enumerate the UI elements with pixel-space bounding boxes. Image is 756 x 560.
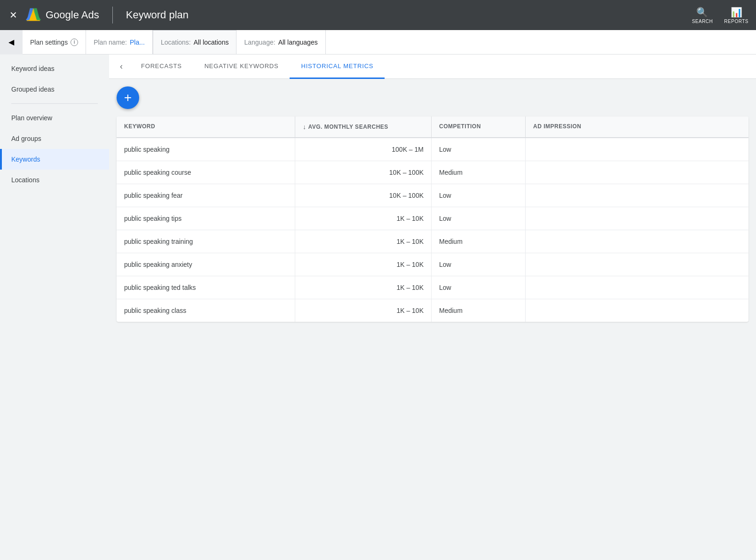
- info-icon: i: [71, 39, 78, 46]
- td-ad-impression: [526, 253, 748, 276]
- td-ad-impression: [526, 207, 748, 230]
- table-header: Keyword ↓ Avg. monthly searches Competit…: [117, 117, 748, 138]
- table-body: public speaking100K – 1MLowpublic speaki…: [117, 138, 748, 322]
- tab-forecasts-label: FORECASTS: [141, 62, 182, 70]
- sidebar-label-ad-groups: Ad groups: [11, 135, 41, 142]
- language-label: Language:: [244, 39, 275, 46]
- sidebar-item-plan-overview[interactable]: Plan overview: [0, 108, 109, 128]
- td-ad-impression: [526, 299, 748, 322]
- td-keyword: public speaking: [117, 138, 295, 161]
- td-avg-monthly-searches: 1K – 10K: [295, 230, 432, 253]
- header-left: ✕ Google Ads Keyword plan: [8, 7, 189, 23]
- sidebar-item-ad-groups[interactable]: Ad groups: [0, 128, 109, 149]
- search-icon: 🔍: [696, 7, 708, 18]
- td-avg-monthly-searches: 10K – 100K: [295, 161, 432, 184]
- sidebar-item-locations[interactable]: Locations: [0, 170, 109, 190]
- logo-icon: [25, 7, 42, 23]
- sidebar-label-keyword-ideas: Keyword ideas: [11, 65, 55, 72]
- sidebar-label-plan-overview: Plan overview: [11, 114, 52, 122]
- td-keyword: public speaking ted talks: [117, 276, 295, 299]
- tab-negative-keywords-label: NEGATIVE KEYWORDS: [205, 62, 279, 70]
- plan-settings-label[interactable]: Plan settings i: [23, 30, 86, 54]
- tab-forecasts[interactable]: FORECASTS: [130, 54, 193, 79]
- td-avg-monthly-searches: 1K – 10K: [295, 299, 432, 322]
- td-avg-monthly-searches: 1K – 10K: [295, 253, 432, 276]
- td-ad-impression: [526, 276, 748, 299]
- td-keyword: public speaking course: [117, 161, 295, 184]
- th-keyword: Keyword: [117, 117, 295, 137]
- sidebar: Keyword ideas Grouped ideas Plan overvie…: [0, 54, 109, 560]
- tab-historical-metrics[interactable]: HISTORICAL METRICS: [290, 54, 385, 79]
- app-name: Google Ads: [46, 9, 99, 21]
- td-competition: Medium: [432, 299, 526, 322]
- table-row[interactable]: public speaking training1K – 10KMedium: [117, 230, 748, 253]
- td-avg-monthly-searches: 10K – 100K: [295, 184, 432, 207]
- th-competition: Competition: [432, 117, 526, 137]
- td-ad-impression: [526, 138, 748, 161]
- td-ad-impression: [526, 184, 748, 207]
- td-competition: Low: [432, 184, 526, 207]
- sidebar-item-keywords[interactable]: Keywords: [0, 149, 109, 170]
- language-value: All languages: [278, 39, 318, 46]
- reports-action[interactable]: 📊 REPORTS: [724, 7, 748, 24]
- plan-name-item[interactable]: Plan name: Pla...: [86, 30, 153, 54]
- plan-settings-text: Plan settings: [30, 39, 68, 46]
- tab-back-btn[interactable]: ‹: [113, 58, 130, 75]
- td-keyword: public speaking tips: [117, 207, 295, 230]
- locations-item[interactable]: Locations: All locations: [153, 30, 237, 54]
- back-chevron-icon: ◀: [8, 38, 14, 47]
- table-row[interactable]: public speaking anxiety1K – 10KLow: [117, 253, 748, 276]
- td-avg-monthly-searches: 1K – 10K: [295, 276, 432, 299]
- table-row[interactable]: public speaking100K – 1MLow: [117, 138, 748, 161]
- search-label: SEARCH: [692, 19, 713, 24]
- tab-back-icon: ‹: [120, 62, 123, 71]
- header-divider: [112, 7, 113, 23]
- td-competition: Low: [432, 253, 526, 276]
- language-item[interactable]: Language: All languages: [236, 30, 325, 54]
- reports-label: REPORTS: [724, 19, 748, 24]
- table-row[interactable]: public speaking fear10K – 100KLow: [117, 184, 748, 207]
- tabs-bar: ‹ FORECASTS NEGATIVE KEYWORDS HISTORICAL…: [109, 54, 756, 79]
- td-keyword: public speaking fear: [117, 184, 295, 207]
- table-row[interactable]: public speaking ted talks1K – 10KLow: [117, 276, 748, 299]
- td-avg-monthly-searches: 100K – 1M: [295, 138, 432, 161]
- sidebar-divider: [11, 103, 98, 104]
- plan-settings-back-btn[interactable]: ◀: [0, 30, 23, 54]
- plus-icon: +: [124, 90, 132, 105]
- th-avg-monthly-searches[interactable]: ↓ Avg. monthly searches: [295, 117, 432, 137]
- td-ad-impression: [526, 161, 748, 184]
- top-header: ✕ Google Ads Keyword plan 🔍 SEARCH 📊: [0, 0, 756, 30]
- table-row[interactable]: public speaking course10K – 100KMedium: [117, 161, 748, 184]
- td-competition: Low: [432, 207, 526, 230]
- content-area: ‹ FORECASTS NEGATIVE KEYWORDS HISTORICAL…: [109, 54, 756, 560]
- th-ad-impression: Ad impression: [526, 117, 748, 137]
- sidebar-label-grouped-ideas: Grouped ideas: [11, 86, 55, 93]
- td-keyword: public speaking class: [117, 299, 295, 322]
- locations-value: All locations: [194, 39, 229, 46]
- reports-icon: 📊: [731, 7, 742, 18]
- td-ad-impression: [526, 230, 748, 253]
- locations-label: Locations:: [161, 39, 191, 46]
- td-competition: Low: [432, 138, 526, 161]
- plan-name-label: Plan name:: [94, 39, 127, 46]
- plan-name-value: Pla...: [130, 39, 145, 46]
- search-action[interactable]: 🔍 SEARCH: [692, 7, 713, 24]
- main-layout: Keyword ideas Grouped ideas Plan overvie…: [0, 54, 756, 560]
- page-title: Keyword plan: [126, 9, 189, 21]
- td-competition: Medium: [432, 161, 526, 184]
- sidebar-item-keyword-ideas[interactable]: Keyword ideas: [0, 58, 109, 79]
- close-icon[interactable]: ✕: [8, 8, 19, 23]
- table-row[interactable]: public speaking tips1K – 10KLow: [117, 207, 748, 230]
- add-keyword-button[interactable]: +: [117, 86, 139, 109]
- td-keyword: public speaking anxiety: [117, 253, 295, 276]
- google-ads-logo: Google Ads: [25, 7, 99, 23]
- table-row[interactable]: public speaking class1K – 10KMedium: [117, 299, 748, 322]
- td-competition: Medium: [432, 230, 526, 253]
- sort-arrow-icon: ↓: [303, 123, 307, 131]
- table-area: + Keyword ↓ Avg. monthly searches Compet…: [109, 79, 756, 560]
- header-right: 🔍 SEARCH 📊 REPORTS: [692, 7, 748, 24]
- sidebar-item-grouped-ideas[interactable]: Grouped ideas: [0, 79, 109, 100]
- td-keyword: public speaking training: [117, 230, 295, 253]
- tab-negative-keywords[interactable]: NEGATIVE KEYWORDS: [193, 54, 290, 79]
- keywords-table: Keyword ↓ Avg. monthly searches Competit…: [117, 117, 748, 322]
